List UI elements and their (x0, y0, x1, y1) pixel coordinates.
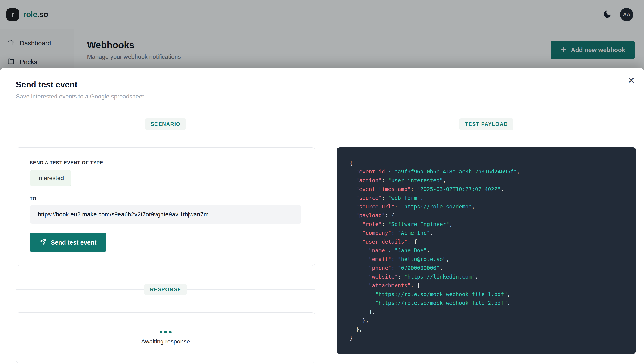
response-divider: RESPONSE (16, 284, 315, 295)
payload-code: { "event_id": "a9f9f96a-0b5b-418a-ac3b-2… (350, 160, 520, 341)
payload-divider: TEST PAYLOAD (337, 118, 636, 130)
scenario-card: SEND A TEST EVENT OF TYPE Interested TO … (16, 148, 315, 266)
loading-dots-icon (160, 331, 172, 334)
modal-title: Send test event (16, 80, 636, 89)
payload-section-label: TEST PAYLOAD (459, 118, 513, 130)
modal-subtitle: Save interested events to a Google sprea… (16, 93, 636, 100)
modal-columns: SCENARIO SEND A TEST EVENT OF TYPE Inter… (16, 118, 636, 363)
send-test-event-label: Send test event (51, 239, 96, 246)
response-status-text: Awaiting response (141, 338, 190, 345)
to-label: TO (30, 196, 301, 202)
scenario-column: SCENARIO SEND A TEST EVENT OF TYPE Inter… (16, 118, 315, 363)
event-type-label: SEND A TEST EVENT OF TYPE (30, 160, 301, 166)
scenario-divider: SCENARIO (16, 118, 315, 130)
event-type-badge[interactable]: Interested (30, 170, 71, 186)
send-icon (40, 238, 46, 247)
webhook-url-input[interactable] (30, 205, 301, 224)
send-test-event-button[interactable]: Send test event (30, 233, 106, 252)
payload-column: TEST PAYLOAD { "event_id": "a9f9f96a-0b5… (337, 118, 636, 363)
response-section-label: RESPONSE (144, 284, 187, 295)
scenario-section-label: SCENARIO (145, 118, 186, 130)
payload-code-block: { "event_id": "a9f9f96a-0b5b-418a-ac3b-2… (337, 148, 636, 354)
close-icon[interactable]: ✕ (627, 76, 635, 85)
send-test-event-modal: ✕ Send test event Save interested events… (0, 68, 644, 364)
response-card: Awaiting response (16, 312, 315, 363)
